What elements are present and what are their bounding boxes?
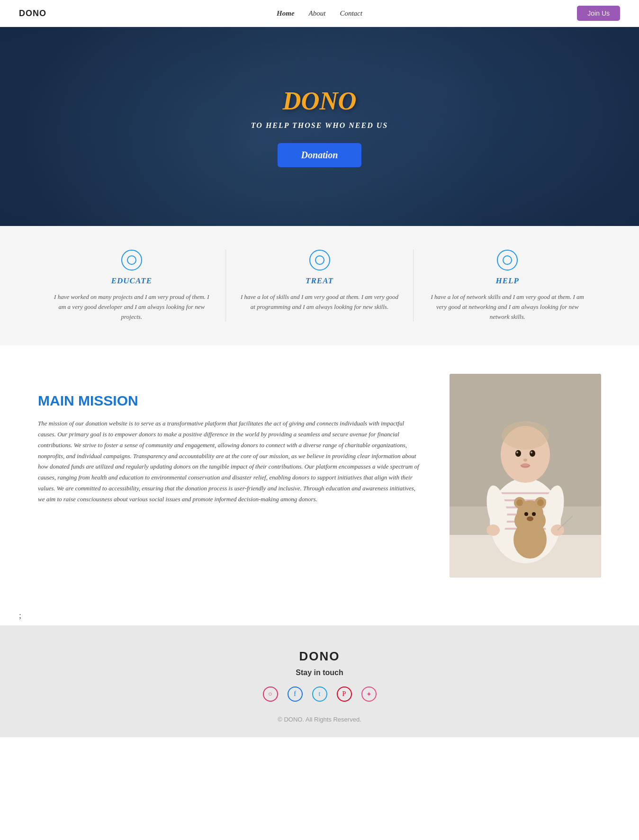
svg-point-1 [315, 256, 324, 264]
treat-title: TREAT [240, 276, 399, 286]
nav-contact[interactable]: Contact [340, 9, 362, 17]
svg-point-32 [524, 512, 528, 516]
hero-logo: DONO [283, 86, 357, 116]
treat-icon [309, 250, 330, 271]
footer-social-icons: ○ f t P ✦ [0, 686, 639, 702]
svg-point-18 [516, 452, 518, 453]
twitter-icon[interactable]: t [312, 686, 327, 702]
educate-title: EDUCATE [52, 276, 211, 286]
feature-educate: EDUCATE I have worked on many projects a… [38, 250, 225, 322]
navbar-links: Home About Contact [277, 9, 362, 18]
svg-point-16 [515, 450, 521, 457]
nav-home[interactable]: Home [277, 9, 295, 17]
navbar-brand: DONO [19, 9, 46, 18]
footer-copyright: © DONO. All Rights Reserved. [0, 716, 639, 723]
facebook-icon[interactable]: f [288, 686, 303, 702]
navbar: DONO Home About Contact Join Us [0, 0, 639, 27]
svg-point-31 [537, 499, 544, 506]
svg-point-21 [521, 463, 530, 468]
footer-tagline: Stay in touch [0, 668, 639, 677]
feature-treat: TREAT I have a lot of skills and I am ve… [226, 250, 414, 312]
educate-desc: I have worked on many projects and I am … [52, 292, 211, 322]
join-button[interactable]: Join Us [577, 6, 620, 21]
svg-point-35 [486, 524, 500, 536]
svg-point-30 [516, 499, 523, 506]
svg-point-0 [127, 256, 136, 264]
mission-title: MAIN MISSION [38, 393, 421, 409]
help-title: HELP [428, 276, 587, 286]
features-section: EDUCATE I have worked on many projects a… [0, 226, 639, 345]
mission-section: MAIN MISSION The mission of our donation… [0, 345, 639, 606]
educate-icon [121, 250, 142, 271]
semicolon-area: ; [0, 606, 639, 625]
svg-rect-7 [495, 492, 556, 494]
treat-desc: I have a lot of skills and I am very goo… [240, 292, 399, 312]
footer: DONO Stay in touch ○ f t P ✦ © DONO. All… [0, 625, 639, 737]
pinterest-icon[interactable]: P [337, 686, 352, 702]
svg-point-17 [530, 450, 535, 457]
svg-point-2 [503, 256, 512, 264]
dribbble-icon[interactable]: ✦ [361, 686, 377, 702]
donation-button[interactable]: Donation [278, 143, 362, 167]
footer-brand: DONO [0, 649, 639, 664]
mission-text: MAIN MISSION The mission of our donation… [38, 374, 421, 505]
svg-point-33 [532, 512, 536, 516]
semicolon-char: ; [19, 611, 21, 620]
child-image-svg [450, 374, 601, 578]
mission-body: The mission of our donation website is t… [38, 418, 421, 505]
svg-point-19 [531, 452, 532, 453]
hero-section: DONO TO HELP THOSE WHO NEED US Donation [0, 27, 639, 226]
mission-image [450, 374, 601, 578]
help-desc: I have a lot of network skills and I am … [428, 292, 587, 322]
feature-help: HELP I have a lot of network skills and … [414, 250, 601, 322]
svg-point-20 [523, 459, 527, 461]
svg-point-15 [502, 421, 549, 450]
svg-point-34 [527, 516, 533, 521]
nav-about[interactable]: About [309, 9, 326, 17]
help-icon [497, 250, 518, 271]
hero-tagline: TO HELP THOSE WHO NEED US [251, 121, 388, 130]
instagram-icon[interactable]: ○ [263, 686, 278, 702]
